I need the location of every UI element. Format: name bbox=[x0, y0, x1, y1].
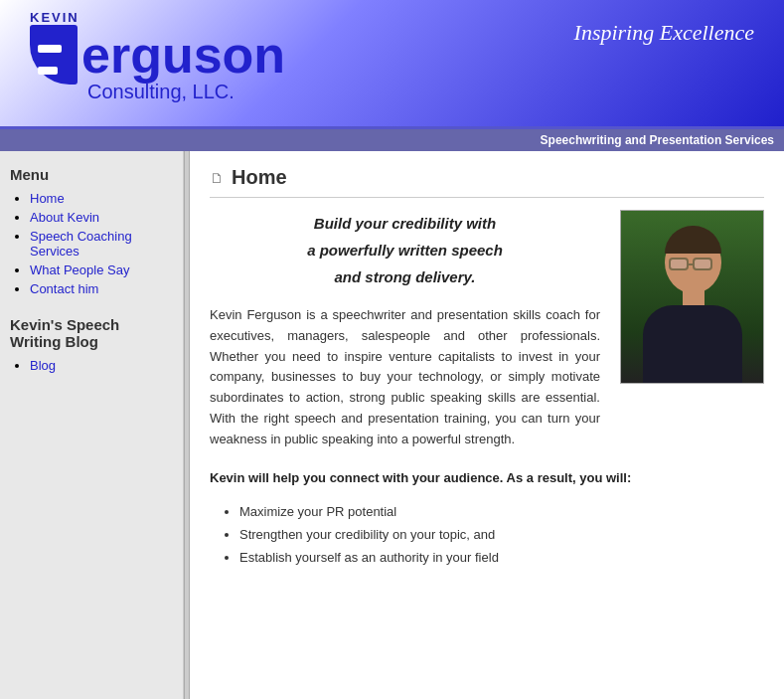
page-title-bar: 🗋 Home bbox=[210, 166, 764, 198]
f-icon bbox=[30, 25, 78, 85]
sidebar-link-services[interactable]: Speech Coaching Services bbox=[30, 229, 132, 259]
intro-body: Kevin Ferguson is a speechwriter and pre… bbox=[210, 305, 600, 450]
sidebar-link-home[interactable]: Home bbox=[30, 191, 65, 206]
subheader-text: Speechwriting and Presentation Services bbox=[541, 133, 774, 147]
list-item: Maximize your PR potential bbox=[239, 500, 764, 523]
header-tagline: Inspiring Excellence bbox=[574, 20, 754, 46]
sidebar-item-testimonials[interactable]: What People Say bbox=[30, 262, 173, 277]
sidebar-link-about[interactable]: About Kevin bbox=[30, 210, 99, 225]
main-layout: Menu Home About Kevin Speech Coaching Se… bbox=[0, 151, 784, 699]
sidebar-item-home[interactable]: Home bbox=[30, 191, 173, 206]
page-title: Home bbox=[232, 166, 287, 189]
list-item: Establish yourself as an authority in yo… bbox=[239, 546, 764, 569]
ferguson-text: erguson bbox=[81, 29, 285, 81]
sidebar-link-testimonials[interactable]: What People Say bbox=[30, 262, 129, 277]
content-bold-line: Kevin will help you connect with your au… bbox=[210, 470, 764, 485]
page-title-icon: 🗋 bbox=[210, 170, 224, 186]
subheader-bar: Speechwriting and Presentation Services bbox=[0, 129, 784, 151]
sidebar-item-contact[interactable]: Contact him bbox=[30, 281, 173, 296]
intro-tagline: Build your credibility with a powerfully… bbox=[210, 210, 600, 290]
sidebar: Menu Home About Kevin Speech Coaching Se… bbox=[0, 151, 184, 699]
tagline-line1: Build your credibility with bbox=[314, 215, 496, 232]
sidebar-item-blog[interactable]: Blog bbox=[30, 358, 173, 373]
sidebar-item-about[interactable]: About Kevin bbox=[30, 210, 173, 225]
sidebar-link-contact[interactable]: Contact him bbox=[30, 281, 98, 296]
kevin-label: KEVIN bbox=[30, 10, 285, 25]
content-intro: Build your credibility with a powerfully… bbox=[210, 210, 764, 450]
intro-text-block: Build your credibility with a powerfully… bbox=[210, 210, 600, 450]
logo-container: KEVIN erguson Consulting, LLC. bbox=[30, 10, 285, 103]
sidebar-blog-title: Kevin's SpeechWriting Blog bbox=[10, 316, 173, 350]
ferguson-logo: erguson bbox=[30, 25, 285, 85]
tagline-line2: a powerfully written speech bbox=[307, 242, 503, 259]
site-header: KEVIN erguson Consulting, LLC. Inspiring… bbox=[0, 0, 784, 129]
sidebar-blog: Blog bbox=[10, 358, 173, 373]
main-content: 🗋 Home Build your credibility with a pow… bbox=[190, 151, 784, 699]
sidebar-menu-title: Menu bbox=[10, 166, 173, 183]
sidebar-link-blog[interactable]: Blog bbox=[30, 358, 56, 373]
content-list: Maximize your PR potential Strengthen yo… bbox=[210, 500, 764, 570]
tagline-line3: and strong delivery. bbox=[335, 268, 476, 285]
profile-photo bbox=[620, 210, 764, 384]
list-item: Strengthen your credibility on your topi… bbox=[239, 523, 764, 546]
sidebar-item-services[interactable]: Speech Coaching Services bbox=[30, 229, 173, 259]
consulting-label: Consulting, LLC. bbox=[87, 81, 285, 103]
sidebar-menu: Home About Kevin Speech Coaching Service… bbox=[10, 191, 173, 296]
